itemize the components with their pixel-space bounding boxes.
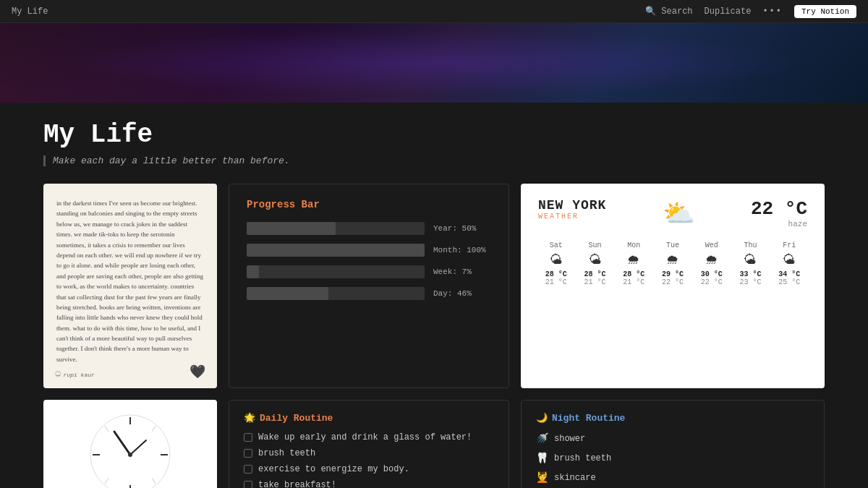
night-routine-title: 🌙 Night Routine — [536, 412, 809, 424]
weather-cloud-icon: ⛅ — [663, 198, 695, 230]
routine-item-text: brush teeth — [258, 448, 315, 458]
routine-item-text: exercise to energize my body. — [258, 464, 409, 474]
night-item: 🚿 shower — [536, 432, 809, 445]
forecast-day: Sun 🌤 28 °C 21 °C — [577, 241, 613, 286]
hero-banner — [0, 23, 868, 103]
weather-label: WEATHER — [538, 213, 606, 221]
page-breadcrumb: My Life — [12, 7, 48, 17]
forecast-high: 28 °C — [577, 270, 613, 278]
weather-city: NEW YORK — [538, 198, 606, 213]
progress-bar-track — [247, 287, 425, 300]
weather-temp: 22 °C — [751, 198, 807, 220]
forecast-day-name: Thu — [733, 241, 769, 249]
forecast-day-name: Sun — [577, 241, 613, 249]
weather-forecast: Sat 🌤 28 °C 21 °C Sun 🌤 28 °C 21 °C Mon … — [538, 241, 807, 286]
forecast-day: Wed 🌧 30 °C 22 °C — [694, 241, 730, 286]
topbar: My Life 🔍 Search Duplicate ••• Try Notio… — [0, 0, 868, 23]
try-notion-button[interactable]: Try Notion — [794, 5, 856, 18]
progress-bars: Year: 50% Month: 100% Week: 7% Day: 46% — [247, 222, 491, 300]
svg-point-11 — [128, 453, 132, 457]
forecast-low: 21 °C — [577, 278, 613, 286]
routine-item-text: Wake up early and drink a glass of water… — [258, 432, 472, 442]
progress-item: Day: 46% — [247, 287, 491, 300]
night-item-text: shower — [554, 434, 585, 444]
page-title: My Life — [43, 120, 825, 150]
progress-bar-fill — [247, 222, 336, 235]
weather-description: haze — [751, 220, 807, 228]
forecast-low: 22 °C — [694, 278, 730, 286]
forecast-low: 23 °C — [733, 278, 769, 286]
night-item-icon: 🚿 — [536, 432, 548, 445]
sun-icon: 🌟 — [244, 412, 255, 424]
routine-checkbox[interactable] — [244, 481, 252, 488]
routine-item-text: take breakfast! — [258, 480, 336, 488]
row-1: in the darkest times I've seen us become… — [43, 184, 825, 388]
page-subtitle: Make each day a little better than befor… — [43, 155, 825, 166]
moon-icon: 🌙 — [536, 412, 548, 424]
routine-checkbox[interactable] — [244, 433, 252, 442]
weather-card: NEW YORK WEATHER ⛅ 22 °C haze Sat 🌤 28 °… — [521, 184, 825, 388]
forecast-high: 28 °C — [538, 270, 574, 278]
search-button[interactable]: 🔍 Search — [645, 6, 692, 17]
weather-header: NEW YORK WEATHER ⛅ 22 °C haze — [538, 198, 807, 230]
row-2: 11:04 Friday 🌟 Daily Routine Wake up ear… — [43, 400, 825, 488]
heart-icon: 🖤 — [190, 364, 205, 380]
forecast-low: 22 °C — [655, 278, 691, 286]
progress-item: Month: 100% — [247, 244, 491, 257]
forecast-high: 28 °C — [616, 270, 652, 278]
progress-bar-track — [247, 222, 425, 235]
routine-item: Wake up early and drink a glass of water… — [244, 432, 494, 442]
night-routine-card: 🌙 Night Routine 🚿 shower 🦷 brush teeth 💆… — [521, 400, 825, 488]
forecast-day-name: Sat — [538, 241, 574, 249]
quote-text: in the darkest times I've seen us become… — [56, 198, 204, 364]
forecast-low: 25 °C — [771, 278, 807, 286]
night-item: 🦷 brush teeth — [536, 452, 809, 464]
more-options-button[interactable]: ••• — [762, 7, 783, 17]
search-icon: 🔍 — [645, 7, 656, 17]
forecast-day-name: Mon — [616, 241, 652, 249]
duplicate-button[interactable]: Duplicate — [705, 7, 752, 17]
routine-checkbox[interactable] — [244, 449, 252, 458]
forecast-day: Fri 🌤 34 °C 25 °C — [771, 241, 807, 286]
progress-item: Week: 7% — [247, 265, 491, 278]
night-item-text: brush teeth — [554, 453, 611, 463]
quote-card: in the darkest times I've seen us become… — [43, 184, 217, 388]
forecast-low: 21 °C — [538, 278, 574, 286]
forecast-day: Mon 🌧 28 °C 21 °C — [616, 241, 652, 286]
weather-current: 22 °C haze — [751, 198, 807, 228]
daily-routine-items: Wake up early and drink a glass of water… — [244, 432, 494, 488]
routine-checkbox[interactable] — [244, 465, 252, 474]
daily-routine-title: 🌟 Daily Routine — [244, 412, 494, 424]
progress-label: Year: 50% — [433, 224, 491, 233]
progress-bar-fill — [247, 244, 425, 257]
forecast-day: Tue 🌧 29 °C 22 °C — [655, 241, 691, 286]
forecast-high: 33 °C — [733, 270, 769, 278]
svg-point-0 — [90, 415, 170, 488]
forecast-day: Sat 🌤 28 °C 21 °C — [538, 241, 574, 286]
progress-label: Month: 100% — [433, 246, 491, 254]
forecast-day-name: Wed — [694, 241, 730, 249]
forecast-icon: 🌤 — [733, 252, 769, 267]
night-item-icon: 💆 — [536, 471, 548, 484]
forecast-day: Thu 🌤 33 °C 23 °C — [733, 241, 769, 286]
progress-bar-fill — [247, 265, 259, 278]
progress-bar-fill — [247, 287, 328, 300]
progress-item: Year: 50% — [247, 222, 491, 235]
night-item: 💆 skincare — [536, 471, 809, 484]
forecast-high: 30 °C — [694, 270, 730, 278]
main-content: My Life Make each day a little better th… — [0, 103, 868, 488]
topbar-actions: 🔍 Search Duplicate ••• Try Notion — [645, 5, 856, 18]
night-item-text: skincare — [554, 473, 596, 483]
routine-item: brush teeth — [244, 448, 494, 458]
forecast-icon: 🌤 — [538, 252, 574, 267]
forecast-low: 21 °C — [616, 278, 652, 286]
progress-label: Week: 7% — [433, 267, 491, 276]
daily-routine-card: 🌟 Daily Routine Wake up early and drink … — [229, 400, 509, 488]
routine-item: take breakfast! — [244, 480, 494, 488]
forecast-icon: 🌤 — [577, 252, 613, 267]
forecast-icon: 🌧 — [655, 252, 691, 267]
night-routine-items: 🚿 shower 🦷 brush teeth 💆 skincare 👗 chan… — [536, 432, 809, 488]
forecast-icon: 🌧 — [616, 252, 652, 267]
progress-card: Progress Bar Year: 50% Month: 100% Week:… — [229, 184, 509, 388]
forecast-icon: 🌤 — [771, 252, 807, 267]
